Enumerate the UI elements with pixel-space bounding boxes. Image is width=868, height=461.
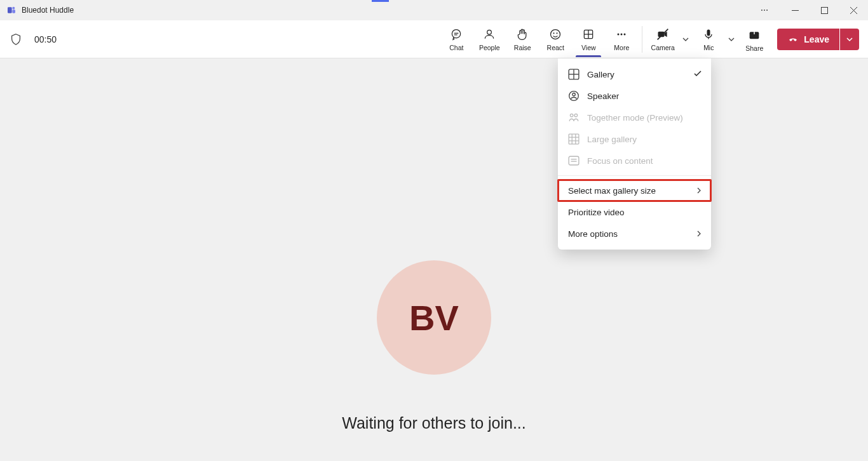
svg-point-1 bbox=[12, 7, 15, 10]
people-button[interactable]: People bbox=[473, 22, 506, 57]
chevron-right-icon bbox=[696, 186, 702, 196]
dropdown-label: Gallery bbox=[587, 70, 614, 79]
dropdown-label: Together mode (Preview) bbox=[587, 113, 683, 123]
window-controls bbox=[780, 0, 868, 20]
people-label: People bbox=[479, 44, 500, 51]
meeting-stage: BV Waiting for others to join... bbox=[0, 58, 868, 461]
more-button[interactable]: More bbox=[605, 22, 638, 57]
leave-button[interactable]: Leave bbox=[777, 29, 839, 50]
svg-point-5 bbox=[766, 10, 768, 11]
minimize-button[interactable] bbox=[780, 0, 810, 20]
svg-point-4 bbox=[764, 10, 765, 11]
dropdown-item-max-gallery[interactable]: Select max gallery size bbox=[558, 180, 711, 201]
svg-point-10 bbox=[452, 29, 461, 37]
svg-point-20 bbox=[618, 33, 620, 35]
dropdown-label: Focus on content bbox=[587, 156, 653, 166]
svg-rect-2 bbox=[12, 10, 15, 13]
chat-label: Chat bbox=[449, 44, 463, 51]
dropdown-item-focus-content: Focus on content bbox=[558, 150, 711, 171]
svg-point-33 bbox=[574, 114, 578, 117]
waiting-text: Waiting for others to join... bbox=[342, 414, 526, 432]
svg-point-16 bbox=[557, 32, 557, 33]
dropdown-item-large-gallery: Large gallery bbox=[558, 128, 711, 150]
view-label: View bbox=[581, 44, 596, 51]
camera-label: Camera bbox=[651, 44, 675, 51]
dropdown-item-gallery[interactable]: Gallery bbox=[558, 63, 711, 85]
svg-point-31 bbox=[573, 93, 576, 97]
mic-label: Mic bbox=[703, 44, 714, 51]
dropdown-item-together: Together mode (Preview) bbox=[558, 107, 711, 128]
camera-button[interactable]: Camera bbox=[646, 22, 679, 57]
svg-point-14 bbox=[551, 29, 560, 39]
react-button[interactable]: React bbox=[539, 22, 572, 57]
mic-button[interactable]: Mic bbox=[692, 22, 725, 57]
raise-label: Raise bbox=[514, 44, 531, 51]
window-title: Bluedot Huddle bbox=[22, 6, 74, 15]
svg-point-21 bbox=[621, 33, 623, 35]
dropdown-label: Select max gallery size bbox=[568, 186, 656, 196]
view-dropdown: Gallery Speaker Together mode (Preview) … bbox=[558, 58, 711, 250]
svg-point-32 bbox=[570, 114, 573, 117]
svg-point-15 bbox=[553, 32, 554, 33]
participant-avatar: BV bbox=[377, 260, 491, 375]
react-label: React bbox=[547, 44, 564, 51]
titlebar-more-icon[interactable] bbox=[750, 0, 779, 20]
chevron-right-icon bbox=[696, 229, 702, 239]
avatar-initials: BV bbox=[409, 297, 459, 338]
focus-content-icon bbox=[568, 155, 580, 166]
svg-rect-34 bbox=[569, 134, 579, 144]
raise-button[interactable]: Raise bbox=[506, 22, 539, 57]
dropdown-label: Prioritize video bbox=[568, 208, 625, 217]
large-gallery-icon bbox=[568, 133, 580, 145]
share-button[interactable]: Share bbox=[738, 22, 771, 57]
mic-chevron-icon[interactable] bbox=[725, 36, 738, 43]
call-timer: 00:50 bbox=[34, 34, 57, 44]
teams-app-icon bbox=[6, 5, 17, 15]
toolbar-separator bbox=[642, 26, 642, 53]
svg-point-22 bbox=[624, 33, 626, 35]
titlebar: Bluedot Huddle bbox=[0, 0, 868, 20]
maximize-button[interactable] bbox=[810, 0, 839, 20]
accent-indicator bbox=[372, 0, 389, 2]
svg-point-13 bbox=[487, 30, 492, 34]
dropdown-item-more-options[interactable]: More options bbox=[558, 223, 711, 244]
share-label: Share bbox=[745, 44, 763, 52]
dropdown-item-prioritize[interactable]: Prioritize video bbox=[558, 201, 711, 223]
speaker-icon bbox=[568, 90, 580, 102]
shield-icon[interactable] bbox=[9, 32, 23, 46]
meeting-toolbar: 00:50 Chat People Raise React View More bbox=[0, 20, 868, 58]
dropdown-label: Large gallery bbox=[587, 135, 637, 144]
dropdown-label: More options bbox=[568, 229, 618, 239]
dropdown-separator bbox=[558, 175, 711, 176]
leave-label: Leave bbox=[804, 34, 829, 44]
svg-rect-7 bbox=[821, 7, 827, 13]
svg-rect-25 bbox=[707, 29, 710, 36]
camera-chevron-icon[interactable] bbox=[679, 36, 692, 43]
svg-rect-0 bbox=[8, 7, 12, 13]
close-button[interactable] bbox=[839, 0, 868, 20]
more-label: More bbox=[614, 44, 629, 51]
svg-point-3 bbox=[761, 10, 763, 11]
chat-button[interactable]: Chat bbox=[440, 22, 473, 57]
check-icon bbox=[693, 69, 702, 80]
gallery-icon bbox=[568, 69, 580, 80]
together-icon bbox=[568, 112, 580, 123]
view-button[interactable]: View bbox=[572, 22, 605, 57]
dropdown-item-speaker[interactable]: Speaker bbox=[558, 85, 711, 107]
dropdown-label: Speaker bbox=[587, 91, 619, 101]
svg-rect-39 bbox=[569, 156, 579, 165]
leave-dropdown-icon[interactable] bbox=[840, 29, 859, 50]
